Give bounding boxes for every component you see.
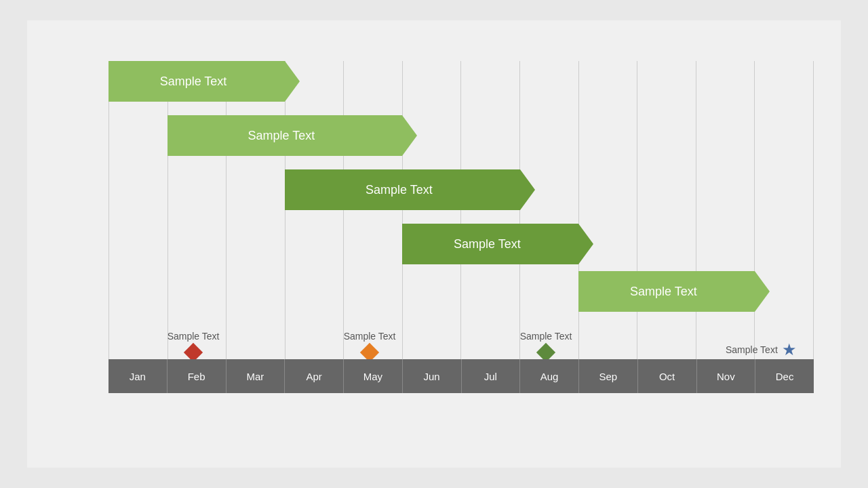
- milestone-group-m1: Sample Text: [167, 331, 220, 359]
- timeline-month-oct: Oct: [638, 359, 697, 393]
- gantt-bar-row-bar4: Sample Text: [402, 224, 578, 264]
- gantt-bar-row-bar2: Sample Text: [167, 115, 403, 156]
- chart-area: Sample TextSample TextSample TextSample …: [54, 61, 814, 393]
- milestone-group-m4: Sample Text★: [726, 340, 797, 359]
- bar-label-bar3: Sample Text: [366, 183, 439, 197]
- timeline: JanFebMarAprMayJunJulAugSepOctNovDec: [108, 359, 814, 393]
- timeline-month-mar: Mar: [226, 359, 285, 393]
- timeline-month-aug: Aug: [520, 359, 579, 393]
- milestone-group-m3: Sample Text: [520, 331, 572, 359]
- timeline-month-jan: Jan: [108, 359, 167, 393]
- gantt-bar-bar1: Sample Text: [108, 61, 285, 102]
- timeline-month-dec: Dec: [755, 359, 814, 393]
- bar-label-bar1: Sample Text: [160, 75, 234, 89]
- timeline-month-may: May: [344, 359, 403, 393]
- gantt-bar-row-bar1: Sample Text: [108, 61, 285, 102]
- gantt-bar-bar3: Sample Text: [285, 169, 520, 210]
- bar-label-bar5: Sample Text: [630, 285, 704, 299]
- bars-area: Sample TextSample TextSample TextSample …: [108, 61, 814, 359]
- milestone-label-m2: Sample Text: [344, 331, 396, 342]
- timeline-month-feb: Feb: [167, 359, 226, 393]
- timeline-month-jun: Jun: [403, 359, 462, 393]
- bar-label-bar4: Sample Text: [454, 237, 528, 251]
- timeline-month-nov: Nov: [697, 359, 756, 393]
- bar-label-bar2: Sample Text: [248, 129, 322, 143]
- star-icon-m4: ★: [782, 340, 797, 359]
- slide: Sample TextSample TextSample TextSample …: [27, 20, 841, 468]
- gantt-bar-row-bar5: Sample Text: [578, 271, 755, 312]
- milestone-group-m2: Sample Text: [344, 331, 396, 359]
- gantt-bar-row-bar3: Sample Text: [285, 169, 520, 210]
- timeline-month-apr: Apr: [285, 359, 344, 393]
- timeline-month-jul: Jul: [462, 359, 521, 393]
- milestone-label-m1: Sample Text: [167, 331, 220, 342]
- milestone-star-label-m4: Sample Text: [726, 344, 778, 355]
- gantt-bar-bar2: Sample Text: [167, 115, 403, 156]
- gantt-bar-bar5: Sample Text: [578, 271, 755, 312]
- milestone-label-m3: Sample Text: [520, 331, 572, 342]
- gantt-bar-bar4: Sample Text: [402, 224, 578, 264]
- timeline-month-sep: Sep: [579, 359, 638, 393]
